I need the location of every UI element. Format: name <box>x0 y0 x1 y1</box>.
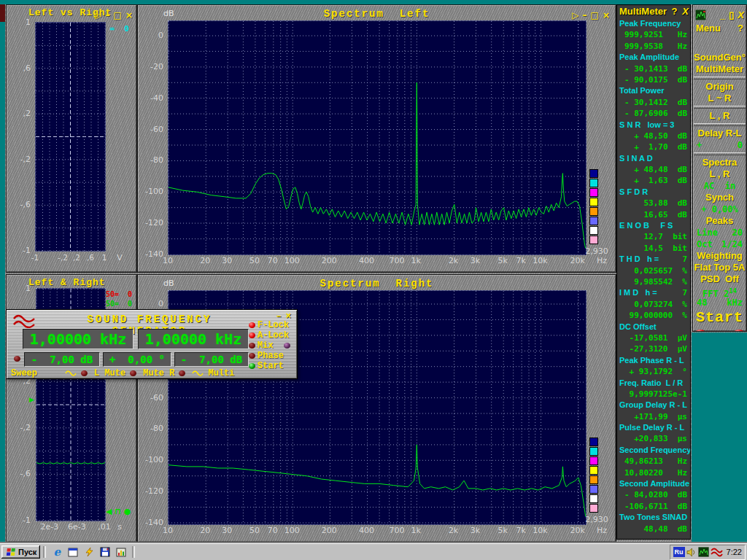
minimize-icon[interactable]: – <box>106 10 110 20</box>
panel-button-soundgen-[interactable]: SoundGen° <box>693 52 746 63</box>
mix-led[interactable] <box>249 343 255 349</box>
panel-value-pair[interactable]: +0 <box>693 139 746 151</box>
spectrum-right-legend-swatch[interactable] <box>589 494 598 503</box>
spectrum-left-legend-swatch[interactable] <box>589 169 598 178</box>
pair-right[interactable]: 1/24 <box>721 238 743 250</box>
panel-button-fft-size[interactable]: FFT 214 <box>693 285 746 297</box>
l-mute-button[interactable]: L Mute <box>94 368 125 378</box>
panel-button-psd-off[interactable]: PSD Off <box>693 273 746 285</box>
pair-right[interactable]: 0 <box>738 139 743 151</box>
panel-value-pair[interactable]: Oct1/24 <box>693 238 746 250</box>
a-lock-led[interactable] <box>249 332 255 338</box>
spectrum-left-legend-swatch[interactable] <box>589 226 598 235</box>
menu-button[interactable]: Menu <box>696 23 721 37</box>
status-led-left[interactable] <box>695 330 705 332</box>
save-disk-icon[interactable] <box>98 545 112 559</box>
spectrum-right-legend-swatch[interactable] <box>589 438 598 446</box>
mix-control[interactable]: Mix <box>249 341 293 350</box>
maximize-icon[interactable]: ▯ <box>729 9 734 20</box>
spectrum-left-x-tick: 2k <box>444 256 464 265</box>
pair-right[interactable]: 20 <box>732 227 743 238</box>
spectrum-right-legend-swatch[interactable] <box>589 447 598 456</box>
spectrum-right-legend-swatch[interactable] <box>589 466 598 475</box>
pair-right[interactable]: kHz <box>727 297 743 308</box>
chart-app-icon[interactable] <box>115 545 128 559</box>
right-frequency-display[interactable]: 1,00000 kHz <box>138 329 249 349</box>
f-lock-led[interactable] <box>249 322 255 328</box>
minimize-icon[interactable]: _ <box>720 9 725 20</box>
pair-left[interactable]: Line <box>697 227 718 238</box>
panel-button-flat-top-5a[interactable]: Flat Top 5A <box>693 262 746 273</box>
spectrum-right-legend-swatch[interactable] <box>589 456 598 465</box>
r-mute-led[interactable] <box>130 370 136 376</box>
close-icon[interactable]: X <box>682 6 689 17</box>
analyzer-tray-icon[interactable] <box>698 547 709 557</box>
multi-button[interactable]: Multi <box>208 368 234 378</box>
left-amplitude-display[interactable]: - 7,00 dB <box>24 352 100 367</box>
help-icon[interactable]: ? <box>671 6 677 17</box>
a-lock-control[interactable]: A-Lock <box>249 330 289 340</box>
internet-explorer-icon[interactable]: e <box>50 545 63 559</box>
restore-icon[interactable]: ▷ <box>572 10 578 20</box>
pair-left[interactable]: 48 <box>697 297 707 308</box>
l-mute-led[interactable] <box>81 370 88 376</box>
panel-button-origin[interactable]: Origin <box>693 81 746 93</box>
status-led-right[interactable] <box>734 330 744 332</box>
spectrum-right-legend-swatch[interactable] <box>589 485 598 494</box>
left-frequency-display[interactable]: 1,00000 kHz <box>23 329 133 349</box>
spectrum-left-plot[interactable] <box>168 20 587 255</box>
spectrum-left-legend-swatch[interactable] <box>589 207 598 216</box>
spectrum-left-legend-swatch[interactable] <box>589 198 598 206</box>
spectrum-left-legend-swatch[interactable] <box>589 217 598 225</box>
help-icon[interactable]: ? <box>738 23 743 37</box>
panel-button-l-r[interactable]: L ~ R <box>693 93 746 104</box>
lr-trigger-level-arrow[interactable]: ▶ <box>29 396 34 403</box>
spectrum-left-legend-swatch[interactable] <box>589 188 598 197</box>
generator-tray-icon[interactable] <box>711 548 723 557</box>
panel-button-l-r[interactable]: L , R <box>693 168 746 180</box>
close-icon[interactable]: × <box>603 10 610 20</box>
panel-value-pair[interactable]: Line20 <box>693 227 746 238</box>
restore-icon[interactable]: ▷ <box>95 10 101 20</box>
language-indicator[interactable]: Ru <box>673 547 685 557</box>
spectrum-left-legend-swatch[interactable] <box>589 236 598 244</box>
amplitude-led[interactable] <box>14 356 20 362</box>
panel-value[interactable]: AC in <box>693 180 746 192</box>
panel-button-multimeter[interactable]: MultiMeter <box>693 63 746 75</box>
start-button[interactable]: Пуск <box>1 545 40 559</box>
panel-button-spectra[interactable]: Spectra <box>693 157 746 168</box>
close-icon[interactable]: X <box>738 9 744 20</box>
f-lock-control[interactable]: F-Lock <box>249 320 289 330</box>
panel-button-peaks[interactable]: Peaks <box>693 215 746 227</box>
phase-led[interactable] <box>249 353 255 359</box>
mix-aux-led[interactable] <box>284 343 290 349</box>
panel-button-delay-r-l[interactable]: Delay R-L <box>693 128 746 139</box>
phase-control[interactable]: Phase <box>249 351 284 360</box>
r-mute-button[interactable]: Mute R <box>143 368 174 378</box>
phase-display[interactable]: + 0,00 ° <box>103 352 171 367</box>
close-icon[interactable]: × <box>125 10 133 20</box>
maximize-icon[interactable]: □ <box>114 10 122 20</box>
pair-left[interactable]: + <box>697 139 702 151</box>
spectrum-right-legend-swatch[interactable] <box>589 504 598 513</box>
panel-button-weighting[interactable]: Weighting <box>693 250 746 262</box>
panel-button-l-r[interactable]: L , R <box>693 110 746 122</box>
panel-value[interactable]: + 0,00% <box>693 203 746 215</box>
start-acquisition-button[interactable]: Start <box>693 308 746 327</box>
show-desktop-icon[interactable] <box>66 545 80 559</box>
spectrum-left-y-tick: -80 <box>140 155 163 165</box>
right-amplitude-display[interactable]: - 7,00 dB <box>174 352 249 367</box>
spectrum-left-legend-swatch[interactable] <box>589 179 598 187</box>
panel-button-synch[interactable]: Synch <box>693 192 746 203</box>
sweep-button[interactable]: Sweep <box>11 368 37 378</box>
multi-led[interactable] <box>179 370 185 376</box>
minimize-icon[interactable]: – <box>583 10 587 20</box>
maximize-icon[interactable]: □ <box>591 10 599 20</box>
spectrum-right-legend-swatch[interactable] <box>589 475 598 484</box>
lr-trigger-icons[interactable]: ◀ ⊓ ● <box>106 507 131 516</box>
left-vs-right-plot[interactable] <box>35 22 106 252</box>
media-tool-icon[interactable] <box>82 545 96 559</box>
volume-icon[interactable] <box>686 548 697 557</box>
pair-left[interactable]: Oct <box>697 238 713 250</box>
multimeter-label: S N R low = 3 <box>619 120 689 131</box>
